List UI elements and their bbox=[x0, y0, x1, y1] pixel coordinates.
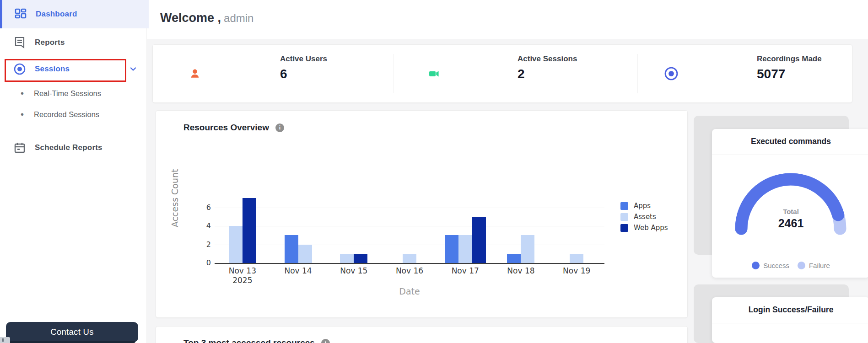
bar-group bbox=[437, 189, 493, 263]
sidebar-item-reports[interactable]: Reports bbox=[0, 31, 146, 54]
stat-value: 5077 bbox=[757, 67, 785, 81]
chart-title-text: Resources Overview bbox=[183, 123, 269, 133]
recordings-icon-circle bbox=[658, 60, 685, 87]
sidebar-item-label: Real-Time Sessions bbox=[34, 89, 101, 98]
sidebar-item-label: Dashboard bbox=[36, 10, 77, 19]
reports-icon bbox=[14, 37, 26, 48]
resources-overview-card: Resources Overview i Access Count 0246 N… bbox=[156, 110, 688, 318]
stat-value: 6 bbox=[280, 67, 287, 81]
legend-swatch-icon bbox=[620, 224, 628, 232]
bar-assets bbox=[229, 226, 243, 263]
calendar-icon bbox=[14, 142, 26, 154]
bar-assets bbox=[521, 235, 534, 263]
gauge-center: Total 2461 bbox=[712, 208, 868, 230]
page-title: Welcome ,admin bbox=[160, 11, 253, 25]
x-tick-label: Nov 18 bbox=[493, 266, 549, 285]
sidebar-item-sessions[interactable]: Sessions bbox=[0, 58, 146, 80]
active-users-icon-circle bbox=[182, 60, 208, 87]
contact-button-shadow bbox=[7, 341, 135, 343]
sidebar-item-recorded-sessions[interactable]: • Recorded Sessions bbox=[0, 105, 146, 123]
info-icon[interactable]: i bbox=[321, 339, 330, 343]
legend-label: Apps bbox=[634, 202, 651, 210]
legend-label: Web Apps bbox=[634, 224, 668, 232]
legend-label: Assets bbox=[634, 213, 656, 221]
y-axis-label: Access Count bbox=[170, 169, 180, 227]
sidebar-item-dashboard[interactable]: Dashboard bbox=[0, 0, 149, 28]
x-axis-label: Date bbox=[215, 286, 604, 296]
sidebar-item-label: Reports bbox=[35, 38, 65, 47]
y-tick-label: 4 bbox=[206, 221, 211, 230]
bar-web-apps bbox=[354, 254, 367, 263]
divider bbox=[394, 54, 394, 93]
bullet-icon: • bbox=[21, 89, 24, 98]
legend-label: Failure bbox=[809, 262, 830, 269]
bar-apps bbox=[507, 254, 521, 263]
legend-item-assets[interactable]: Assets bbox=[620, 211, 668, 222]
legend-swatch-icon bbox=[620, 202, 628, 210]
chart-plot bbox=[215, 189, 604, 264]
sidebar-item-label: Schedule Reports bbox=[35, 143, 102, 152]
panel-title-text: Top 3 most accessed resources bbox=[183, 338, 315, 343]
top-resources-card: Top 3 most accessed resources i bbox=[156, 326, 688, 343]
info-icon[interactable]: i bbox=[275, 123, 284, 132]
main-content: Welcome ,admin Active Users 6 Active Ses… bbox=[146, 0, 868, 343]
gauge-legend: Success Failure bbox=[712, 262, 868, 269]
success-dot-icon bbox=[752, 262, 760, 269]
active-sessions-icon-circle bbox=[421, 60, 447, 87]
gauge-total-label: Total bbox=[712, 208, 868, 215]
chevron-down-icon[interactable] bbox=[129, 65, 137, 73]
bar-group bbox=[270, 189, 326, 263]
legend-item-apps[interactable]: Apps bbox=[620, 200, 668, 211]
bar-group bbox=[326, 189, 382, 263]
dashboard-icon bbox=[15, 8, 27, 20]
welcome-text: Welcome , bbox=[160, 11, 221, 25]
chart-title: Resources Overview i bbox=[183, 123, 284, 133]
divider bbox=[637, 54, 638, 93]
legend-item-web-apps[interactable]: Web Apps bbox=[620, 222, 668, 233]
legend-item-failure[interactable]: Failure bbox=[798, 262, 830, 269]
executed-commands-card: Executed commands Total 2461 Success Fai… bbox=[712, 129, 868, 278]
status-bar-chip bbox=[0, 337, 10, 343]
x-tick-label: Nov 14 bbox=[270, 266, 326, 285]
panel-title: Login Success/Failure bbox=[712, 305, 868, 315]
panel-title: Top 3 most accessed resources i bbox=[183, 338, 330, 343]
failure-dot-icon bbox=[798, 262, 805, 269]
bar-group bbox=[549, 189, 604, 263]
y-tick-label: 6 bbox=[206, 203, 211, 212]
panel-title: Executed commands bbox=[712, 137, 868, 146]
y-tick-label: 0 bbox=[206, 258, 211, 267]
bar-apps bbox=[445, 235, 458, 263]
legend-label: Success bbox=[763, 262, 789, 269]
bar-web-apps bbox=[472, 217, 486, 263]
sidebar-item-schedule-reports[interactable]: Schedule Reports bbox=[0, 136, 146, 159]
header-band: Welcome ,admin bbox=[146, 0, 868, 39]
record-icon bbox=[663, 66, 679, 81]
login-success-failure-card: Login Success/Failure bbox=[712, 297, 868, 343]
legend-swatch-icon bbox=[620, 213, 628, 221]
divider bbox=[712, 155, 868, 155]
sessions-icon bbox=[14, 63, 26, 75]
y-tick-label: 2 bbox=[206, 240, 211, 249]
stat-label: Active Sessions bbox=[518, 54, 577, 64]
stat-label: Active Users bbox=[280, 54, 327, 64]
x-tick-label: Nov 16 bbox=[382, 266, 437, 285]
legend-item-success[interactable]: Success bbox=[752, 262, 789, 269]
chart-legend: AppsAssetsWeb Apps bbox=[620, 200, 668, 233]
x-tick-label: Nov 15 bbox=[326, 266, 382, 285]
x-labels: Nov 132025Nov 14Nov 15Nov 16Nov 17Nov 18… bbox=[215, 266, 604, 285]
bar-group bbox=[382, 189, 437, 263]
gauge-total-value: 2461 bbox=[712, 217, 868, 230]
sidebar: Dashboard Reports Sessions • Real-Time S… bbox=[0, 0, 147, 343]
stat-label: Recordings Made bbox=[757, 54, 822, 64]
x-tick-label: Nov 132025 bbox=[215, 266, 270, 285]
y-ticks: 0246 bbox=[194, 189, 211, 263]
bar-assets bbox=[340, 254, 354, 263]
bullet-icon: • bbox=[21, 110, 24, 119]
contact-us-button[interactable]: Contact Us bbox=[6, 322, 138, 342]
sidebar-item-realtime-sessions[interactable]: • Real-Time Sessions bbox=[0, 84, 146, 102]
sidebar-item-label: Sessions bbox=[35, 64, 70, 74]
bar-assets bbox=[458, 235, 472, 263]
sidebar-item-label: Recorded Sessions bbox=[34, 110, 99, 119]
user-icon bbox=[187, 66, 203, 81]
divider bbox=[712, 323, 868, 323]
